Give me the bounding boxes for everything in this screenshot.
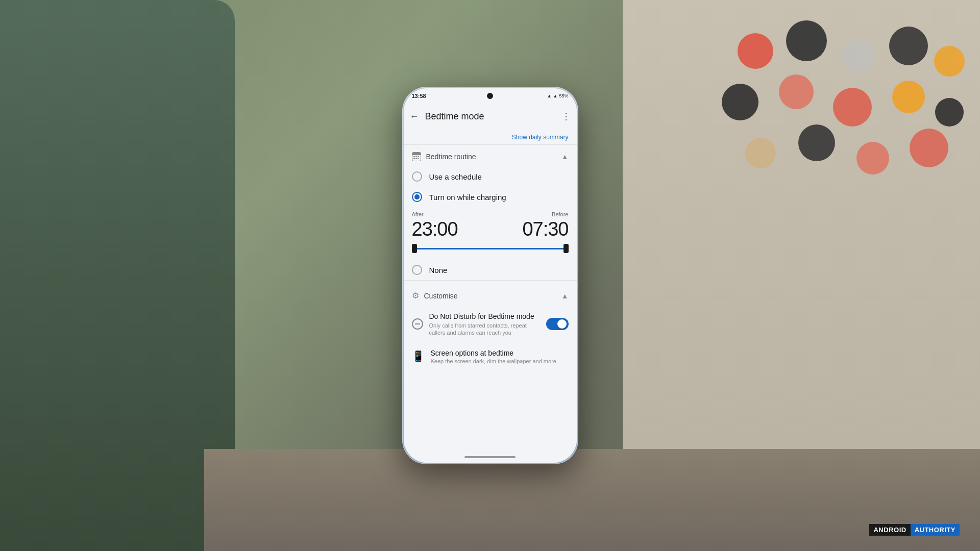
slider-thumb-right[interactable] (564, 244, 569, 253)
scene: 13:58 ▲ ▲ 55% ← Bedtime mode ⋮ Show (0, 0, 980, 551)
customise-section-header: ⚙ Customise ▲ (404, 284, 577, 306)
radio-selected-dot (414, 194, 420, 199)
wifi-icon: ▲ (547, 93, 552, 98)
time-values-row: 23:00 07:30 (412, 218, 569, 240)
customise-title-row: ⚙ Customise (412, 291, 458, 300)
screen-options-title: Screen options at bedtime (431, 349, 569, 357)
customise-chevron[interactable]: ▲ (561, 292, 569, 300)
background-table (204, 449, 980, 551)
bedtime-routine-chevron[interactable]: ▲ (561, 153, 569, 161)
status-bar: 13:58 ▲ ▲ 55% (404, 88, 577, 104)
svg-point-13 (910, 129, 948, 167)
svg-point-12 (856, 142, 889, 174)
none-radio[interactable] (412, 265, 422, 275)
use-schedule-label: Use a schedule (429, 172, 482, 181)
show-daily-summary-link[interactable]: Show daily summary (512, 134, 569, 141)
svg-point-5 (722, 84, 758, 120)
none-label: None (429, 266, 448, 274)
time-section: After Before 23:00 07:30 (404, 207, 577, 260)
content-area[interactable]: Bedtime routine ▲ Use a schedule (404, 145, 577, 452)
dnd-toggle[interactable] (546, 318, 569, 330)
summary-bar: Show daily summary (404, 129, 577, 144)
svg-point-11 (798, 124, 835, 161)
svg-point-1 (786, 20, 827, 61)
watermark-android: ANDROID (869, 524, 910, 536)
top-bar: ← Bedtime mode ⋮ (404, 104, 577, 129)
watermark-authority: AUTHORITY (911, 524, 960, 536)
camera-cutout (487, 93, 493, 99)
before-time-value[interactable]: 07:30 (522, 218, 568, 240)
status-icons: ▲ ▲ 55% (547, 93, 569, 98)
divider-middle (404, 280, 577, 281)
svg-point-10 (745, 138, 776, 168)
status-time: 13:58 (412, 93, 426, 99)
svg-point-7 (833, 88, 872, 127)
none-option[interactable]: None (404, 260, 577, 280)
dnd-subtitle: Only calls from starred contacts, repeat… (429, 322, 540, 337)
phone-screen: 13:58 ▲ ▲ 55% ← Bedtime mode ⋮ Show (404, 88, 577, 463)
slider-track (412, 248, 569, 249)
overflow-menu-button[interactable]: ⋮ (561, 111, 571, 122)
dnd-icon (412, 318, 423, 330)
svg-point-8 (892, 81, 925, 113)
use-schedule-option[interactable]: Use a schedule (404, 166, 577, 187)
before-label: Before (552, 211, 568, 217)
svg-point-3 (889, 27, 928, 65)
phone: 13:58 ▲ ▲ 55% ← Bedtime mode ⋮ Show (402, 87, 578, 464)
background-couch (0, 0, 235, 551)
svg-point-9 (935, 98, 964, 127)
time-slider[interactable] (412, 243, 569, 254)
toggle-knob (557, 319, 567, 329)
home-indicator (464, 456, 516, 458)
gear-icon: ⚙ (412, 291, 419, 300)
bedtime-routine-section-header: Bedtime routine ▲ (404, 145, 577, 166)
dnd-text: Do Not Disturb for Bedtime mode Only cal… (429, 312, 540, 337)
slider-thumb-left[interactable] (412, 244, 417, 253)
screen-options-subtitle: Keep the screen dark, dim the wallpaper … (431, 358, 569, 364)
screen-text: Screen options at bedtime Keep the scree… (431, 349, 569, 364)
after-label: After (412, 211, 424, 217)
dnd-title: Do Not Disturb for Bedtime mode (429, 312, 540, 321)
page-title: Bedtime mode (425, 111, 555, 122)
svg-point-2 (841, 40, 874, 72)
watermark: ANDROID AUTHORITY (869, 524, 960, 536)
svg-point-6 (779, 74, 814, 109)
svg-point-0 (738, 33, 773, 69)
screen-options-row[interactable]: 📱 Screen options at bedtime Keep the scr… (404, 343, 577, 370)
turn-on-charging-option[interactable]: Turn on while charging (404, 187, 577, 207)
signal-icon: ▲ (553, 93, 558, 98)
back-button[interactable]: ← (410, 111, 419, 122)
time-labels-row: After Before (412, 211, 569, 217)
section-title-row: Bedtime routine (412, 152, 476, 161)
dnd-minus (415, 323, 420, 324)
use-schedule-radio[interactable] (412, 171, 422, 182)
turn-on-charging-label: Turn on while charging (429, 193, 506, 202)
dnd-row[interactable]: Do Not Disturb for Bedtime mode Only cal… (404, 306, 577, 343)
turn-on-charging-radio[interactable] (412, 192, 422, 202)
customise-title: Customise (424, 292, 458, 300)
screen-icon: 📱 (412, 350, 425, 362)
calendar-icon (412, 152, 421, 161)
after-time-value[interactable]: 23:00 (412, 218, 458, 240)
bedtime-routine-title: Bedtime routine (426, 153, 476, 161)
svg-point-4 (934, 46, 965, 77)
battery-icon: 55% (559, 93, 568, 98)
background-dots (715, 10, 970, 316)
home-bar (404, 452, 577, 463)
phone-screen-container: 13:58 ▲ ▲ 55% ← Bedtime mode ⋮ Show (404, 88, 577, 463)
